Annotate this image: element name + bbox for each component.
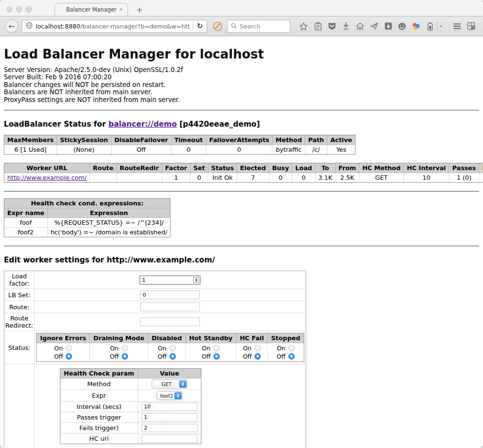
- table-row: Method GET▲▼: [60, 378, 201, 390]
- col-status: Status: [208, 163, 237, 173]
- radio-hc-fail-on[interactable]: [255, 345, 261, 351]
- expr-select-value: foof2: [160, 393, 173, 399]
- cell-routeredir: [116, 173, 162, 183]
- tab-bar: Balancer Manager × +: [0, 0, 483, 16]
- route-input[interactable]: [140, 303, 200, 311]
- download-icon[interactable]: [339, 22, 353, 30]
- form-row-status: Status: Ignore Errors Draining Mode Disa…: [4, 331, 306, 364]
- cell-hc-method: GET: [359, 173, 404, 183]
- table-header-row: MaxMembers StickySession DisableFailover…: [4, 135, 355, 145]
- number-spinner-icon[interactable]: ▲▼: [193, 277, 199, 283]
- url-path: /balancer-manager?b=demo&w=http://www.ex…: [80, 23, 190, 30]
- load-factor-input[interactable]: [140, 275, 200, 285]
- select-stepper-icon: ▲▼: [174, 392, 182, 399]
- url-bar[interactable]: localhost:8880/balancer-manager?b=demo&w…: [22, 20, 207, 33]
- server-built-line: Server Built: Feb 9 2016 07:00:20: [4, 73, 479, 81]
- radio-draining-mode-off[interactable]: [122, 353, 128, 360]
- col-draining-mode: Draining Mode: [90, 333, 148, 343]
- lb-set-input[interactable]: [140, 290, 200, 299]
- browser-window: Balancer Manager × + ← localhost:8880/ba…: [0, 0, 483, 448]
- menu-icon[interactable]: [450, 22, 464, 30]
- cell-from: 2.5K: [335, 173, 359, 183]
- tab-groups-icon[interactable]: [464, 22, 478, 30]
- radio-disabled-on[interactable]: [170, 345, 176, 351]
- col-hc-param: Health Check param: [60, 369, 138, 378]
- table-header-row: Expr name Expression: [4, 208, 170, 218]
- zoom-window-button[interactable]: [26, 6, 32, 13]
- interval-input[interactable]: [142, 403, 198, 411]
- clipboard-icon[interactable]: [311, 22, 325, 31]
- hc-uri-input[interactable]: [142, 434, 198, 443]
- minimize-window-button[interactable]: [16, 6, 22, 13]
- on-label: On: [202, 344, 211, 352]
- off-label: Off: [277, 352, 285, 361]
- expr-select[interactable]: foof2▲▼: [156, 391, 183, 400]
- cell-passes: 1 (0): [449, 173, 479, 183]
- blocked-icon[interactable]: [213, 22, 222, 31]
- urlbar-divider: [193, 22, 193, 30]
- lb-set-label: LB Set:: [4, 289, 35, 301]
- col-hot-standby: Hot Standby: [185, 333, 236, 343]
- tab-balancer-manager[interactable]: Balancer Manager ×: [55, 3, 128, 16]
- search-input[interactable]: [240, 23, 283, 30]
- reader-icon[interactable]: [381, 22, 395, 30]
- form-row-load-factor: Load factor: ▲▼: [4, 271, 306, 289]
- close-window-button[interactable]: [6, 6, 13, 13]
- table-row: foof2 hc('body') =~ /domain is establish…: [4, 228, 170, 237]
- cell-route: [90, 173, 117, 183]
- palette-icon[interactable]: [409, 22, 423, 31]
- radio-hot-standby-on[interactable]: [213, 345, 220, 351]
- col-disablefailover: DisableFailover: [111, 135, 171, 145]
- cell-hc-interval: 10: [404, 173, 449, 183]
- off-label: Off: [158, 352, 167, 361]
- reload-button[interactable]: ↻: [196, 22, 203, 30]
- col-failoverattempts: FailoverAttempts: [206, 135, 272, 145]
- fails-trigger-label: Fails trigger): [60, 423, 138, 434]
- persist-notice-line: Balancer changes will NOT be persisted o…: [4, 81, 479, 88]
- status-table: Ignore Errors Draining Mode Disabled Hot…: [36, 333, 304, 362]
- bookmark-star-icon[interactable]: [297, 22, 311, 31]
- radio-hot-standby-off[interactable]: [213, 353, 220, 360]
- radio-ignore-errors-on[interactable]: [66, 345, 72, 351]
- pocket-icon[interactable]: [325, 22, 339, 30]
- col-maxmembers: MaxMembers: [4, 135, 57, 145]
- health-check-table: Health Check param Value Method GET▲▼ Ex…: [60, 368, 201, 444]
- method-select[interactable]: GET▲▼: [152, 379, 187, 389]
- load-factor-label: Load factor:: [4, 271, 35, 289]
- battery-icon[interactable]: [423, 22, 437, 31]
- cell-expr-name: foof: [4, 218, 48, 228]
- home-icon[interactable]: [353, 22, 367, 30]
- worker-url-link[interactable]: http://www.example.com/: [7, 174, 86, 181]
- worker-status-table: Worker URL Route RouteRedir Factor Set S…: [4, 163, 483, 183]
- edit-worker-heading: Edit worker settings for http://www.exam…: [4, 256, 479, 264]
- fails-trigger-input[interactable]: [142, 424, 198, 432]
- url-text[interactable]: localhost:8880/balancer-manager?b=demo&w…: [36, 23, 190, 30]
- off-label: Off: [243, 352, 252, 361]
- back-button[interactable]: ←: [5, 19, 18, 33]
- new-tab-button[interactable]: +: [136, 5, 142, 14]
- overflow-chevron-icon[interactable]: ▾: [438, 24, 444, 29]
- cell-load: 0: [292, 173, 315, 183]
- passes-trigger-input[interactable]: [142, 413, 198, 421]
- balancer-demo-link[interactable]: balancer://demo: [108, 120, 177, 129]
- radio-stopped-on[interactable]: [288, 345, 295, 351]
- table-row: 6 [1 Used] (None) Off 0 0 bytraffic /c/ …: [4, 145, 355, 155]
- col-hc-interval: HC Interval: [404, 163, 449, 173]
- table-row: HC uri: [60, 434, 201, 444]
- close-tab-icon[interactable]: ×: [119, 6, 123, 13]
- radio-draining-mode-on[interactable]: [122, 345, 128, 351]
- table-header-row: Ignore Errors Draining Mode Disabled Hot…: [37, 333, 304, 343]
- emoji-icon[interactable]: [395, 22, 409, 31]
- send-icon[interactable]: [367, 22, 381, 30]
- route-redirect-label: Route Redirect:: [4, 313, 35, 331]
- hc-uri-label: HC uri: [60, 434, 138, 444]
- cell-busy: 0: [269, 173, 292, 183]
- radio-ignore-errors-off[interactable]: [66, 353, 72, 360]
- route-redirect-input[interactable]: [140, 318, 200, 326]
- col-hc-method: HC Method: [359, 163, 404, 173]
- radio-stopped-off[interactable]: [288, 353, 295, 360]
- search-box[interactable]: [227, 20, 290, 33]
- col-method: Method: [272, 135, 305, 145]
- radio-disabled-off[interactable]: [170, 353, 176, 360]
- radio-hc-fail-off[interactable]: [255, 353, 261, 360]
